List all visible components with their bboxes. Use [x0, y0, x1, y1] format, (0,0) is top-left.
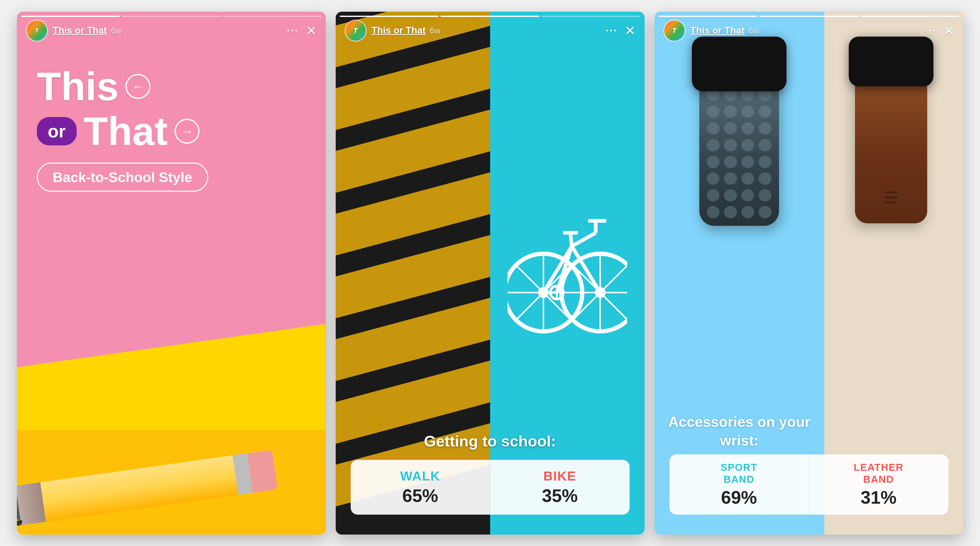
card2-road-bg: [336, 12, 490, 535]
account-name-1[interactable]: This or That: [53, 25, 107, 36]
sport-pct: 69%: [721, 487, 757, 508]
svg-line-16: [572, 233, 596, 246]
story-header-2: T This or That 6w ··· ✕: [336, 12, 644, 46]
that-label: That: [84, 111, 168, 151]
walk-pct: 65%: [402, 486, 438, 506]
leather-band-graphic: [819, 37, 963, 236]
story-card-2: T This or That 6w ··· ✕ Getting to schoo…: [336, 12, 644, 535]
poll-option-leather[interactable]: LEATHERBAND 31%: [809, 454, 948, 514]
card2-question: Getting to school:: [336, 432, 644, 450]
more-button-2[interactable]: ···: [605, 24, 618, 37]
card2-bike-bg: [490, 12, 644, 535]
more-button-3[interactable]: ···: [924, 24, 936, 37]
avatar-3: T: [663, 20, 686, 41]
leather-label: LEATHERBAND: [854, 461, 904, 485]
poll-box-3: SPORTBAND 69% LEATHERBAND 31%: [670, 454, 948, 514]
progress-bars: [21, 16, 322, 17]
this-label: This: [37, 67, 119, 106]
close-button-3[interactable]: ✕: [943, 24, 955, 37]
card1-content: This ← or That → Back-to-School Style: [37, 67, 306, 192]
right-arrow-icon: →: [181, 125, 194, 138]
close-button-2[interactable]: ✕: [625, 24, 636, 37]
card3-question: Accessories on your wrist:: [654, 412, 824, 450]
subtitle-text: Back-to-School Style: [53, 169, 192, 185]
left-arrow-icon: ←: [132, 80, 145, 93]
progress-bars-2: [340, 16, 641, 17]
poll-option-sport[interactable]: SPORTBAND 69%: [670, 454, 809, 514]
sport-label: SPORTBAND: [721, 461, 757, 485]
time-ago-3: 6w: [748, 25, 759, 35]
poll-box-2: WALK 65% BIKE 35%: [351, 460, 630, 514]
poll-option-walk[interactable]: WALK 65%: [351, 460, 490, 514]
avatar-2: T: [345, 20, 367, 41]
story-card-1: T This or That 6w ··· ✕ This ←: [17, 12, 326, 535]
leather-pct: 31%: [861, 487, 897, 508]
story-header-3: T This or That 6w ··· ✕: [654, 12, 963, 46]
left-arrow-circle[interactable]: ←: [126, 74, 150, 99]
or-badge: or: [37, 117, 77, 145]
time-ago-2: 6w: [430, 25, 440, 35]
avatar-1: T: [26, 20, 48, 41]
bike-pct: 35%: [542, 486, 578, 506]
svg-line-19: [570, 233, 572, 246]
story-header-1: T This or That 6w ··· ✕: [17, 12, 326, 46]
progress-bars-3: [659, 16, 959, 17]
bike-label: BIKE: [543, 468, 576, 484]
or-label: or: [48, 121, 66, 141]
account-name-3[interactable]: This or That: [690, 25, 745, 36]
poll-option-bike[interactable]: BIKE 35%: [490, 460, 630, 514]
subtitle-badge: Back-to-School Style: [37, 163, 208, 192]
story-card-3: T This or That 6w ··· ✕ Accessories on y…: [654, 12, 963, 535]
walk-label: WALK: [400, 468, 440, 484]
close-button-1[interactable]: ✕: [306, 24, 317, 37]
sport-band-graphic: [665, 37, 814, 236]
more-button-1[interactable]: ···: [286, 24, 299, 37]
account-name-2[interactable]: This or That: [372, 25, 426, 36]
time-ago-1: 6w: [111, 25, 121, 35]
right-arrow-circle[interactable]: →: [175, 119, 199, 144]
